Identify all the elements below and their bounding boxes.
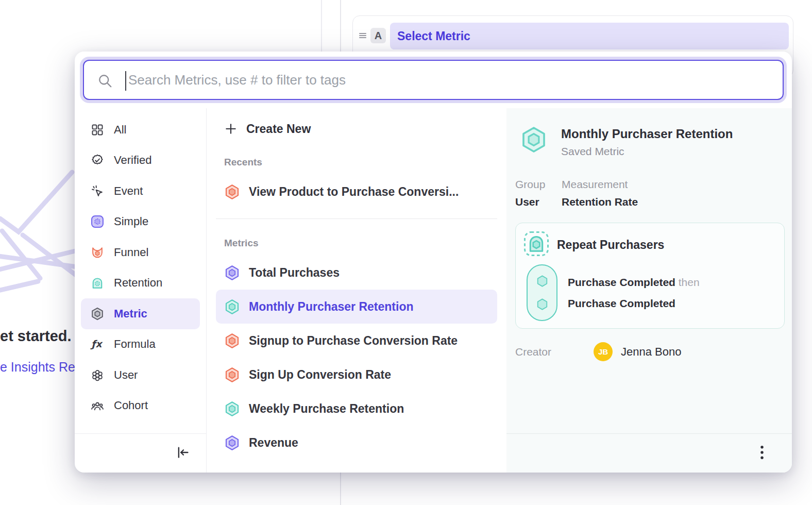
grid-icon xyxy=(90,123,105,137)
metric-picker-modal: All Verified Event Simple xyxy=(75,52,792,473)
select-metric-button[interactable]: Select Metric xyxy=(390,23,789,49)
select-metric-label: Select Metric xyxy=(397,29,470,43)
user-cluster-icon xyxy=(90,368,105,382)
retention-definition-card: Repeat Purchasers Purchase Completed the… xyxy=(515,223,785,329)
sidebar-item-funnel[interactable]: Funnel xyxy=(81,237,200,268)
metric-item-label: View Product to Purchase Conversi... xyxy=(249,185,459,199)
repeat-purchasers-cohort-icon xyxy=(523,230,550,259)
metric-item-revenue[interactable]: Revenue xyxy=(216,426,497,460)
sidebar-item-metric[interactable]: Metric xyxy=(81,298,200,329)
sidebar-item-retention[interactable]: Retention xyxy=(81,268,200,299)
creator-label: Creator xyxy=(515,346,594,358)
metric-item-label: Weekly Purchase Retention xyxy=(249,402,404,416)
detail-meta: Group User Measurement Retention Rate xyxy=(506,178,792,208)
creator-name: Jenna Bono xyxy=(621,345,681,359)
metric-hexagon-icon xyxy=(224,299,240,315)
metric-hexagon-icon xyxy=(224,435,240,451)
event-steps: Purchase Completed then Purchase Complet… xyxy=(568,264,700,321)
simple-hexagon-icon xyxy=(90,214,105,229)
sidebar-item-label: Funnel xyxy=(114,246,148,259)
detail-subtitle: Saved Metric xyxy=(561,145,733,158)
detail-title: Monthly Purchaser Retention xyxy=(561,127,733,141)
measurement-value: Retention Rate xyxy=(562,196,638,208)
metric-list-column: Create New Recents View Product to Purch… xyxy=(207,108,506,473)
background-divider-short xyxy=(321,0,322,53)
metrics-section-label: Metrics xyxy=(224,238,497,249)
detail-footer xyxy=(506,433,792,473)
event-sequence-capsule xyxy=(527,264,557,321)
event-hexagon-icon xyxy=(535,274,549,288)
sidebar-item-all[interactable]: All xyxy=(81,114,200,145)
formula-fx-icon: ƒx xyxy=(90,337,105,351)
collapse-sidebar-button[interactable] xyxy=(173,443,193,464)
metric-item-label: Sign Up Conversion Rate xyxy=(249,368,391,382)
metric-search-box xyxy=(83,60,784,100)
collapse-panel-icon xyxy=(175,454,191,462)
plus-icon xyxy=(224,122,238,136)
recents-section-label: Recents xyxy=(224,157,497,168)
saved-metric-hexagon-icon xyxy=(520,126,548,158)
sidebar-item-label: Cohort xyxy=(114,399,148,412)
metric-hexagon-icon xyxy=(224,401,240,417)
sidebar-item-label: Verified xyxy=(114,154,151,167)
sidebar-item-formula[interactable]: ƒx Formula xyxy=(81,329,200,360)
step-one-event: Purchase Completed xyxy=(568,276,675,288)
funnel-icon xyxy=(90,245,105,260)
metric-detail-panel: Monthly Purchaser Retention Saved Metric… xyxy=(506,108,792,473)
sidebar-item-label: User xyxy=(114,368,138,382)
group-value: User xyxy=(515,196,562,208)
metric-item-weekly-purchase-retention[interactable]: Weekly Purchase Retention xyxy=(216,392,497,426)
sidebar-item-user[interactable]: User xyxy=(81,360,200,391)
creator-avatar: JB xyxy=(594,342,613,361)
metric-hexagon-icon xyxy=(224,265,240,281)
sidebar-item-simple[interactable]: Simple xyxy=(81,207,200,238)
sidebar-item-label: Formula xyxy=(114,338,156,351)
detail-header: Monthly Purchaser Retention Saved Metric xyxy=(506,126,792,158)
metric-hexagon-icon xyxy=(90,307,105,321)
measurement-label: Measurement xyxy=(562,178,638,191)
verified-seal-icon xyxy=(90,153,105,167)
sidebar-item-label: Simple xyxy=(114,215,148,228)
metric-item-label: Revenue xyxy=(249,436,298,450)
step-connector: then xyxy=(679,276,700,288)
group-label: Group xyxy=(515,178,562,191)
more-options-button[interactable] xyxy=(753,442,771,465)
metric-item-label: Monthly Purchaser Retention xyxy=(249,300,413,314)
filter-sidebar: All Verified Event Simple xyxy=(75,108,207,473)
card-title: Repeat Purchasers xyxy=(557,238,664,252)
sidebar-footer xyxy=(75,433,206,473)
cursor-spark-icon xyxy=(90,184,105,198)
sidebar-item-label: Retention xyxy=(114,276,162,290)
sidebar-item-verified[interactable]: Verified xyxy=(81,145,200,176)
background-headline-fragment: et started. xyxy=(0,328,72,345)
metric-hexagon-icon xyxy=(224,184,240,200)
sidebar-item-event[interactable]: Event xyxy=(81,176,200,207)
metric-item-signup-to-purchase-conversion-rate[interactable]: Signup to Purchase Conversion Rate xyxy=(216,324,497,358)
sidebar-item-label: Event xyxy=(114,184,143,198)
creator-row: Creator JB Jenna Bono xyxy=(506,342,792,361)
metric-hexagon-icon xyxy=(224,333,240,349)
metric-item-label: Total Purchases xyxy=(249,266,340,280)
search-input[interactable] xyxy=(84,61,783,99)
decorative-lines-illustration xyxy=(0,169,78,324)
metric-item-sign-up-conversion-rate[interactable]: Sign Up Conversion Rate xyxy=(216,358,497,392)
sidebar-item-cohort[interactable]: Cohort xyxy=(81,391,200,422)
retention-arch-icon xyxy=(90,276,105,290)
svg-text:ƒx: ƒx xyxy=(90,339,103,350)
background-insights-link-fragment[interactable]: e Insights Re xyxy=(0,360,75,375)
recent-metric-item[interactable]: View Product to Purchase Conversi... xyxy=(216,175,497,209)
create-new-button[interactable]: Create New xyxy=(216,115,497,142)
event-hexagon-icon xyxy=(535,297,549,311)
metric-item-label: Signup to Purchase Conversion Rate xyxy=(249,334,458,348)
sidebar-item-label: Metric xyxy=(114,307,147,321)
kebab-menu-icon xyxy=(755,455,769,463)
list-divider xyxy=(216,218,497,219)
metric-item-monthly-purchaser-retention[interactable]: Monthly Purchaser Retention xyxy=(216,290,497,324)
metric-item-total-purchases[interactable]: Total Purchases xyxy=(216,256,497,290)
step-two-event: Purchase Completed xyxy=(568,297,675,309)
sidebar-item-label: All xyxy=(114,123,126,137)
series-a-badge: A xyxy=(370,28,386,43)
drag-handle-icon[interactable] xyxy=(358,31,367,42)
metric-hexagon-icon xyxy=(224,367,240,383)
cohort-people-icon xyxy=(90,398,105,413)
